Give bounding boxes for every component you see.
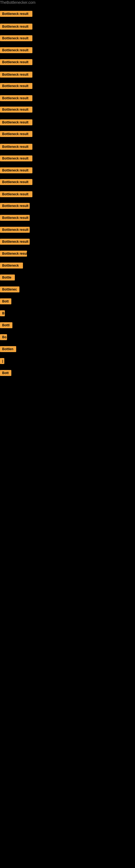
bottleneck-badge-container-29: Bottlen [0,346,16,353]
bottleneck-badge-container-4: Bottleneck result [0,47,32,54]
bottleneck-result-badge[interactable]: Bottleneck result [0,203,30,209]
bottleneck-result-badge[interactable]: | [0,358,4,364]
bottleneck-result-badge[interactable]: Bottleneck result [0,83,32,89]
bottleneck-result-badge[interactable]: Bottleneck result [0,24,32,30]
bottleneck-result-badge[interactable]: Bottleneck result [0,155,32,161]
bottleneck-result-badge[interactable]: Bottleneck result [0,11,32,17]
bottleneck-result-badge[interactable]: Bott [0,370,11,376]
bottleneck-badge-container-30: | [0,358,4,365]
bottleneck-badge-container-2: Bottleneck result [0,24,32,31]
bottleneck-badge-container-6: Bottleneck result [0,72,32,79]
bottleneck-result-badge[interactable]: Bottleneck result [0,131,32,137]
bottleneck-badge-container-24: Bottlenec [0,286,19,293]
bottleneck-badge-container-15: Bottleneck result [0,179,32,186]
bottleneck-result-badge[interactable]: Bottleneck result [0,227,30,233]
bottleneck-result-badge[interactable]: Bott [0,299,11,304]
bottleneck-badge-container-13: Bottleneck result [0,155,32,162]
bottleneck-result-badge[interactable]: Bottleneck result [0,251,27,257]
bottleneck-result-badge[interactable]: Bottleneck result [0,144,32,150]
bottleneck-badge-container-26: B [0,310,5,317]
bottleneck-result-badge[interactable]: Bottleneck result [0,119,32,125]
bottleneck-badge-container-5: Bottleneck result [0,59,32,66]
bottleneck-badge-container-16: Bottleneck result [0,191,32,198]
site-title-container: TheBottlenecker.com [0,0,135,8]
bottleneck-badge-container-14: Bottleneck result [0,167,32,175]
bottleneck-badge-container-28: Bo [0,334,7,341]
bottleneck-result-badge[interactable]: Bottleneck result [0,95,32,101]
bottleneck-badge-container-3: Bottleneck result [0,35,32,42]
bottleneck-badge-container-23: Bottle [0,275,15,282]
bottleneck-badge-container-11: Bottleneck result [0,131,32,138]
bottleneck-result-badge[interactable]: Bottleneck result [0,59,32,65]
bottleneck-badge-container-8: Bottleneck result [0,95,32,102]
bottleneck-badge-container-1: Bottleneck result [0,11,32,18]
bottleneck-badge-container-20: Bottleneck result [0,239,30,246]
bottleneck-result-badge[interactable]: Bottleneck result [0,72,32,78]
bottleneck-badge-container-31: Bott [0,370,11,377]
bottleneck-result-badge[interactable]: Bottleneck [0,262,23,269]
bottleneck-result-badge[interactable]: Bottleneck result [0,47,32,53]
bottleneck-result-badge[interactable]: Bottl [0,322,12,328]
bottleneck-badge-container-18: Bottleneck result [0,215,30,222]
bottleneck-result-badge[interactable]: B [0,310,5,316]
bottleneck-result-badge[interactable]: Bo [0,334,7,340]
bottleneck-badge-container-25: Bott [0,299,11,305]
bottleneck-badge-container-10: Bottleneck result [0,119,32,126]
bottleneck-badge-container-7: Bottleneck result [0,83,32,90]
bottleneck-result-badge[interactable]: Bottlenec [0,286,19,292]
bottleneck-badge-container-9: Bottleneck result [0,106,32,114]
bottleneck-result-badge[interactable]: Bottleneck result [0,215,30,221]
bottleneck-result-badge[interactable]: Bottleneck result [0,179,32,185]
bottleneck-result-badge[interactable]: Bottleneck result [0,191,32,197]
bottleneck-result-badge[interactable]: Bottleneck result [0,106,32,113]
bottleneck-badge-container-22: Bottleneck [0,262,23,270]
bottleneck-badge-container-19: Bottleneck result [0,227,30,234]
bottleneck-result-badge[interactable]: Bottleneck result [0,239,30,245]
site-title: TheBottlenecker.com [0,0,36,6]
bottleneck-badge-container-21: Bottleneck result [0,251,27,258]
bottleneck-result-badge[interactable]: Bottleneck result [0,167,32,173]
bottleneck-result-badge[interactable]: Bottleneck result [0,35,32,41]
bottleneck-badge-container-27: Bottl [0,322,12,329]
bottleneck-badge-container-12: Bottleneck result [0,144,32,151]
bottleneck-result-badge[interactable]: Bottlen [0,346,16,352]
bottleneck-badge-container-17: Bottleneck result [0,203,30,210]
bottleneck-result-badge[interactable]: Bottle [0,275,15,280]
